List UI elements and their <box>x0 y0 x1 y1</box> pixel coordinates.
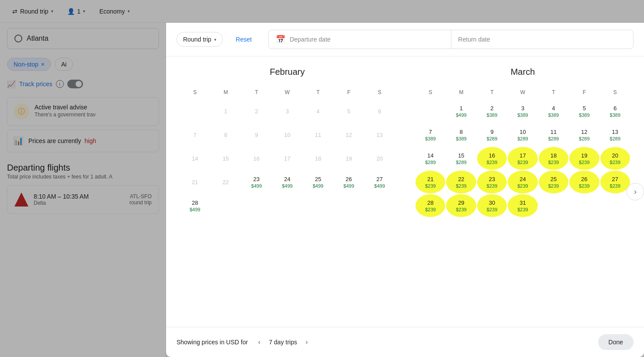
mar-day-25[interactable]: 25$239 <box>539 171 568 193</box>
trip-days-prev-button[interactable]: ‹ <box>253 336 265 348</box>
mar-day-2[interactable]: 2$389 <box>477 100 507 122</box>
mar-day-27[interactable]: 27$239 <box>600 171 630 193</box>
feb-day-12: 12 <box>334 123 364 146</box>
mar-header-wed: W <box>508 86 537 99</box>
mar-day-23[interactable]: 23$239 <box>477 171 507 193</box>
feb-empty-7 <box>365 194 395 217</box>
feb-day-empty-1 <box>180 100 210 122</box>
march-title: March <box>415 67 630 77</box>
mar-day-8[interactable]: 8$389 <box>446 123 476 146</box>
february-title: February <box>180 67 395 77</box>
modal-footer: Showing prices in USD for ‹ 7 day trips … <box>166 327 644 357</box>
feb-day-18: 18 <box>303 147 333 170</box>
feb-day-14: 14 <box>180 147 210 170</box>
february-grid: S M T W T F S 1 2 3 4 5 6 7 8 9 10 <box>180 86 395 217</box>
feb-day-27[interactable]: 27$499 <box>365 171 395 193</box>
calendar-icon: 📅 <box>276 35 285 44</box>
feb-day-4: 4 <box>303 100 333 122</box>
trip-days-next-button[interactable]: › <box>301 336 313 348</box>
feb-day-25[interactable]: 25$499 <box>303 171 333 193</box>
mar-day-7[interactable]: 7$389 <box>415 123 445 146</box>
mar-day-24[interactable]: 24$239 <box>508 171 537 193</box>
feb-header-fri: F <box>334 86 364 99</box>
departure-date-field[interactable]: 📅 Departure date <box>269 30 451 49</box>
feb-day-26[interactable]: 26$499 <box>334 171 364 193</box>
mar-header-sat: S <box>600 86 630 99</box>
calendar-modal: Round trip ▾ Reset 📅 Departure date Retu… <box>166 23 644 357</box>
mar-day-1[interactable]: 1$499 <box>446 100 476 122</box>
mar-day-28[interactable]: 28$239 <box>415 194 445 217</box>
return-date-field[interactable]: Return date <box>451 30 633 49</box>
feb-day-20: 20 <box>365 147 395 170</box>
mar-header-fri: F <box>569 86 599 99</box>
feb-day-28[interactable]: 28$499 <box>180 194 210 217</box>
feb-day-19: 19 <box>334 147 364 170</box>
feb-day-15: 15 <box>211 147 240 170</box>
feb-day-5: 5 <box>334 100 364 122</box>
mar-day-3[interactable]: 3$389 <box>508 100 537 122</box>
feb-empty-6 <box>334 194 364 217</box>
date-fields: 📅 Departure date Return date <box>268 30 634 49</box>
modal-trip-type-label: Round trip <box>183 36 211 43</box>
feb-empty-3 <box>242 194 271 217</box>
mar-day-29[interactable]: 29$239 <box>446 194 476 217</box>
feb-day-22: 22 <box>211 171 240 193</box>
done-button[interactable]: Done <box>598 334 634 350</box>
feb-day-9: 9 <box>242 123 271 146</box>
feb-day-2: 2 <box>242 100 271 122</box>
mar-day-16[interactable]: 16$239 <box>477 147 507 170</box>
feb-day-16: 16 <box>242 147 271 170</box>
modal-trip-chevron-icon: ▾ <box>214 37 216 42</box>
mar-day-15[interactable]: 15$289 <box>446 147 476 170</box>
showing-prices-text: Showing prices in USD for <box>177 339 248 346</box>
mar-empty-end-3 <box>600 194 630 217</box>
mar-day-13[interactable]: 13$289 <box>600 123 630 146</box>
trip-duration-nav: ‹ 7 day trips › <box>253 336 313 348</box>
mar-day-18[interactable]: 18$239 <box>539 147 568 170</box>
departure-date-placeholder: Departure date <box>290 36 330 43</box>
mar-day-12[interactable]: 12$289 <box>569 123 599 146</box>
mar-day-17[interactable]: 17$239 <box>508 147 537 170</box>
feb-day-3: 3 <box>272 100 302 122</box>
mar-day-5[interactable]: 5$389 <box>569 100 599 122</box>
next-month-button[interactable]: › <box>627 183 644 200</box>
feb-empty-5 <box>303 194 333 217</box>
feb-day-21: 21 <box>180 171 210 193</box>
reset-button[interactable]: Reset <box>230 32 258 46</box>
march-calendar: March S M T W T F S 1$499 2$389 3$389 4$… <box>415 67 630 316</box>
mar-day-19[interactable]: 19$239 <box>569 147 599 170</box>
mar-header-tue: T <box>477 86 507 99</box>
march-grid: S M T W T F S 1$499 2$389 3$389 4$389 5$… <box>415 86 630 217</box>
modal-round-trip-button[interactable]: Round trip ▾ <box>177 32 223 47</box>
mar-empty-end-1 <box>539 194 568 217</box>
mar-day-14[interactable]: 14$289 <box>415 147 445 170</box>
mar-day-9[interactable]: 9$289 <box>477 123 507 146</box>
feb-day-13: 13 <box>365 123 395 146</box>
mar-day-6[interactable]: 6$389 <box>600 100 630 122</box>
mar-day-11[interactable]: 11$289 <box>539 123 568 146</box>
mar-day-4[interactable]: 4$389 <box>539 100 568 122</box>
feb-day-6: 6 <box>365 100 395 122</box>
feb-day-24[interactable]: 24$499 <box>272 171 302 193</box>
mar-day-30[interactable]: 30$239 <box>477 194 507 217</box>
mar-day-31[interactable]: 31$239 <box>508 194 537 217</box>
mar-day-10[interactable]: 10$289 <box>508 123 537 146</box>
mar-header-mon: M <box>446 86 476 99</box>
feb-empty-4 <box>272 194 302 217</box>
mar-header-sun: S <box>415 86 445 99</box>
mar-day-26[interactable]: 26$239 <box>569 171 599 193</box>
mar-day-20[interactable]: 20$239 <box>600 147 630 170</box>
feb-header-sat: S <box>365 86 395 99</box>
mar-header-thu: T <box>539 86 568 99</box>
feb-day-7: 7 <box>180 123 210 146</box>
mar-day-22[interactable]: 22$239 <box>446 171 476 193</box>
feb-header-tue: T <box>242 86 271 99</box>
mar-day-21[interactable]: 21$239 <box>415 171 445 193</box>
feb-day-10: 10 <box>272 123 302 146</box>
feb-header-thu: T <box>303 86 333 99</box>
feb-header-wed: W <box>272 86 302 99</box>
calendar-body: February S M T W T F S 1 2 3 4 5 6 7 <box>166 56 644 327</box>
return-date-placeholder: Return date <box>458 36 490 43</box>
feb-day-23[interactable]: 23$499 <box>242 171 271 193</box>
feb-day-11: 11 <box>303 123 333 146</box>
